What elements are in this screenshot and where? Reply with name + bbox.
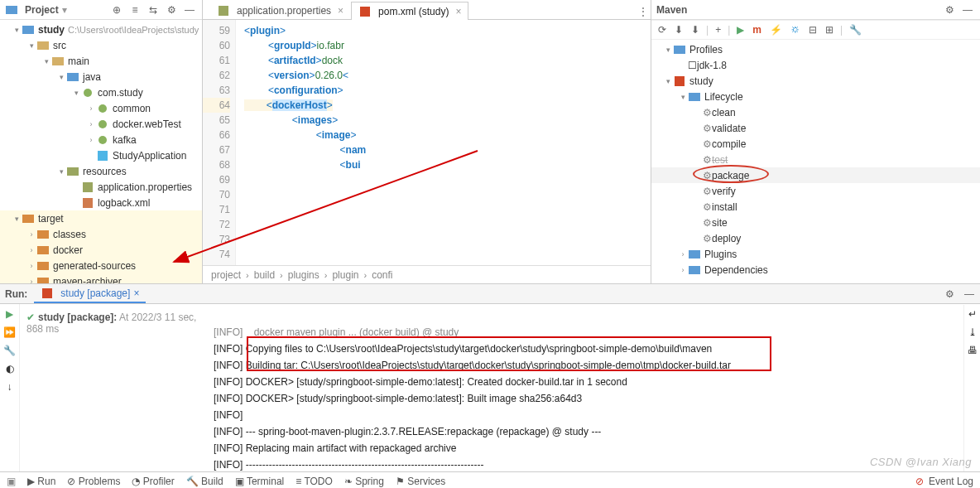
hide-icon[interactable]: — [962, 287, 977, 302]
tree-item[interactable]: ▾java [0, 69, 202, 85]
svg-rect-21 [219, 6, 228, 16]
status-profiler[interactable]: ◔ Profiler [132, 476, 174, 487]
wrench-icon[interactable]: 🔧 [3, 345, 16, 356]
maven-goal-compile[interactable]: ⚙ compile [651, 136, 980, 152]
show-tools-icon[interactable]: ▣ [7, 476, 16, 487]
tree-root[interactable]: ▾studyC:\Users\root\IdeaProjects\study [0, 22, 202, 37]
pin-icon[interactable]: ⏩ [3, 326, 16, 338]
refresh-icon[interactable]: ⟳ [656, 24, 668, 36]
gear-icon[interactable]: ⚙ [942, 2, 957, 17]
run-icon[interactable]: ▶ [735, 24, 746, 36]
wrench-icon[interactable]: 🔧 [848, 24, 863, 36]
maven-m-icon[interactable]: m [751, 24, 763, 36]
gear-icon[interactable]: ⚙ [942, 287, 957, 302]
tab-pom[interactable]: pom.xml (study)× [351, 2, 468, 20]
close-icon[interactable]: × [338, 5, 343, 17]
svg-rect-14 [37, 230, 49, 239]
tree-item[interactable]: logback.xml [0, 195, 202, 210]
tree-item[interactable]: application.properties [0, 179, 202, 195]
hide-icon[interactable]: — [182, 2, 197, 17]
tree-item[interactable]: ▾com.study [0, 85, 202, 100]
expand-all-icon[interactable]: ⊞ [824, 24, 835, 36]
code-editor[interactable]: <plugin> <groupId>io.fabr <artifactId>do… [236, 20, 651, 265]
svg-rect-17 [37, 278, 49, 284]
toggle-icon[interactable]: ⚡ [768, 24, 784, 36]
download-icon[interactable]: ⬇ [689, 24, 701, 36]
tree-item-target[interactable]: ▾target [0, 210, 202, 226]
maven-goal-deploy[interactable]: ⚙ deploy [651, 230, 980, 246]
tree-item[interactable]: ›kafka [0, 132, 202, 147]
rerun-icon[interactable]: ▶ [6, 308, 13, 320]
maven-goal-package[interactable]: ⚙ package [651, 167, 980, 183]
project-tree[interactable]: ▾studyC:\Users\root\IdeaProjects\study ▾… [0, 20, 202, 283]
event-log[interactable]: Event Log [929, 476, 973, 487]
svg-rect-3 [52, 57, 64, 65]
locate-icon[interactable]: ⊕ [109, 2, 124, 17]
maven-goal-install[interactable]: ⚙ install [651, 199, 980, 215]
console[interactable]: [INFO] docker maven plugin ... (docker b… [214, 308, 980, 471]
debug-icon[interactable]: ⛭ [789, 24, 802, 36]
svg-rect-27 [689, 266, 700, 274]
watermark: CSDN @Ivan Xiang [870, 456, 972, 468]
status-spring[interactable]: ❧ Spring [344, 476, 384, 487]
svg-rect-9 [98, 151, 108, 161]
tree-item[interactable]: ›common [0, 100, 202, 116]
close-icon[interactable]: × [455, 6, 461, 17]
filter-icon[interactable]: ◐ [6, 363, 14, 374]
add-icon[interactable]: + [713, 24, 723, 36]
svg-rect-28 [42, 288, 52, 298]
svg-rect-2 [37, 41, 49, 50]
collapse-all-icon[interactable]: ⊟ [807, 24, 819, 36]
svg-point-5 [84, 89, 92, 97]
svg-point-8 [98, 136, 107, 144]
scroll-end-icon[interactable]: ⤓ [968, 326, 977, 338]
maven-plugins[interactable]: ›Plugins [651, 246, 980, 262]
tree-item[interactable]: ›classes [0, 226, 202, 242]
status-services[interactable]: ⚑ Services [396, 476, 445, 487]
tree-item[interactable]: ▾main [0, 53, 202, 69]
status-todo[interactable]: ≡ TODO [295, 476, 333, 487]
tree-item[interactable]: ›generated-sources [0, 258, 202, 273]
svg-rect-15 [37, 246, 49, 254]
tree-item[interactable]: ▾resources [0, 163, 202, 179]
maven-deps[interactable]: ›Dependencies [651, 262, 980, 278]
close-icon[interactable]: × [133, 287, 139, 299]
svg-rect-16 [37, 262, 49, 270]
hide-icon[interactable]: — [960, 2, 975, 17]
collapse-icon[interactable]: ≡ [127, 2, 142, 17]
print-icon[interactable]: 🖶 [968, 345, 978, 356]
tree-item[interactable]: ▾src [0, 37, 202, 53]
svg-point-7 [98, 120, 107, 128]
run-tab[interactable]: study [package]× [34, 285, 146, 303]
tree-item[interactable]: StudyApplication [0, 147, 202, 163]
settings-icon[interactable]: ⚙ [164, 2, 179, 17]
soft-wrap-icon[interactable]: ↵ [968, 308, 977, 320]
tree-item[interactable]: ›docker [0, 242, 202, 258]
maven-goal-site[interactable]: ⚙ site [651, 215, 980, 230]
maven-tree[interactable]: ▾Profiles ☐ jdk-1.8 ▾study ▾Lifecycle ⚙ … [651, 40, 980, 283]
breadcrumbs[interactable]: project›build›plugins›plugin›confi [203, 265, 651, 283]
svg-rect-1 [22, 26, 34, 34]
maven-goal-verify[interactable]: ⚙ verify [651, 183, 980, 199]
folder-icon [22, 212, 35, 225]
expand-icon[interactable]: ⇆ [146, 2, 161, 17]
tree-item[interactable]: ›maven-archiver [0, 273, 202, 283]
status-build[interactable]: 🔨 Build [186, 476, 223, 487]
project-panel-title: Project [25, 4, 59, 16]
project-icon [5, 3, 18, 17]
status-terminal[interactable]: ▣ Terminal [235, 476, 284, 487]
maven-goal-clean[interactable]: ⚙ clean [651, 104, 980, 120]
generate-icon[interactable]: ⬇ [673, 24, 685, 36]
svg-rect-4 [67, 73, 79, 81]
tree-item[interactable]: ›docker.webTest [0, 116, 202, 132]
maven-goal-test[interactable]: ⚙ test [651, 152, 980, 167]
status-problems[interactable]: ⊘ Problems [67, 476, 120, 487]
editor-tabs: application.properties× pom.xml (study)×… [203, 0, 651, 20]
svg-rect-26 [689, 250, 700, 258]
tab-appprops[interactable]: application.properties× [209, 1, 351, 19]
svg-rect-25 [689, 93, 700, 101]
maven-goal-validate[interactable]: ⚙ validate [651, 120, 980, 136]
scroll-icon[interactable]: ↓ [7, 381, 12, 393]
status-run[interactable]: ▶ Run [27, 476, 55, 487]
more-tabs-icon[interactable]: ⋮ [636, 4, 651, 19]
